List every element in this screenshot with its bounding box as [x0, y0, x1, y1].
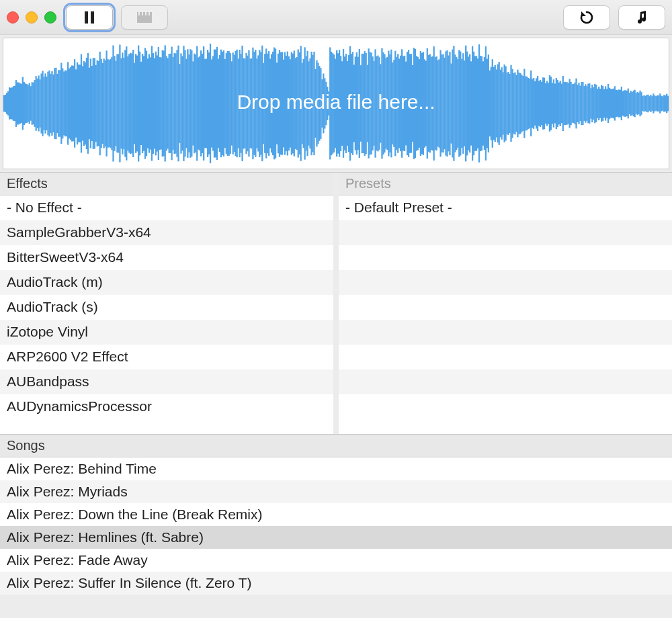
svg-rect-92 — [115, 61, 116, 146]
svg-rect-376 — [493, 67, 495, 140]
svg-rect-385 — [505, 66, 506, 140]
svg-rect-390 — [511, 69, 513, 138]
svg-rect-198 — [256, 58, 257, 148]
svg-rect-176 — [227, 51, 228, 156]
presets-item[interactable] — [339, 270, 672, 295]
presets-item[interactable] — [339, 220, 672, 245]
songs-list[interactable]: Alix Perez: Behind TimeAlix Perez: Myria… — [0, 457, 672, 594]
svg-rect-397 — [521, 75, 522, 132]
song-row[interactable]: Alix Perez: Suffer In Silence (ft. Zero … — [0, 572, 672, 594]
song-row[interactable]: Alix Perez: Hemlines (ft. Sabre) — [0, 526, 672, 549]
svg-rect-344 — [450, 64, 452, 144]
svg-rect-400 — [525, 77, 526, 131]
svg-rect-464 — [610, 89, 612, 118]
svg-rect-424 — [557, 80, 558, 127]
svg-rect-199 — [257, 55, 259, 151]
presets-list[interactable]: - Default Preset - — [339, 195, 672, 434]
svg-rect-314 — [411, 54, 412, 152]
svg-rect-20 — [19, 83, 21, 124]
svg-rect-460 — [605, 86, 606, 120]
svg-rect-261 — [340, 56, 341, 151]
svg-rect-206 — [267, 54, 268, 153]
svg-rect-154 — [198, 57, 199, 149]
svg-rect-59 — [71, 65, 73, 141]
presets-item[interactable] — [339, 245, 672, 270]
svg-rect-180 — [233, 52, 234, 154]
svg-rect-273 — [356, 52, 358, 154]
svg-rect-159 — [204, 59, 206, 148]
svg-rect-457 — [601, 85, 602, 122]
svg-rect-226 — [294, 50, 295, 156]
svg-rect-50 — [59, 70, 60, 136]
song-row[interactable]: Alix Perez: Fade Away — [0, 549, 672, 572]
svg-rect-280 — [366, 53, 367, 154]
svg-rect-144 — [184, 50, 185, 157]
svg-rect-152 — [195, 54, 196, 152]
svg-rect-365 — [478, 44, 480, 163]
svg-rect-107 — [135, 54, 136, 152]
presets-item[interactable] — [339, 320, 672, 345]
effects-list[interactable]: - No Effect -SampleGrabberV3-x64BitterSw… — [0, 195, 333, 434]
svg-rect-6 — [145, 12, 146, 15]
svg-rect-39 — [44, 73, 46, 133]
svg-rect-361 — [473, 52, 474, 155]
svg-rect-266 — [347, 61, 348, 146]
svg-rect-338 — [442, 54, 444, 152]
song-row[interactable]: Alix Perez: Behind Time — [0, 457, 672, 480]
presets-item[interactable] — [339, 345, 672, 369]
effects-item[interactable]: - No Effect - — [0, 195, 333, 220]
svg-rect-166 — [214, 50, 215, 158]
svg-rect-209 — [271, 54, 272, 153]
reload-button[interactable] — [563, 5, 610, 30]
presets-item[interactable]: - Default Preset - — [339, 195, 672, 220]
svg-rect-122 — [155, 52, 157, 156]
svg-rect-225 — [292, 54, 294, 154]
svg-rect-323 — [423, 52, 424, 155]
svg-rect-95 — [119, 45, 120, 163]
svg-rect-253 — [329, 47, 331, 159]
svg-rect-216 — [280, 52, 282, 154]
close-window-button[interactable] — [7, 11, 19, 24]
effects-item[interactable]: AUBandpass — [0, 369, 333, 394]
effects-item[interactable]: AUDynamicsProcessor — [0, 394, 333, 419]
zoom-window-button[interactable] — [44, 11, 56, 24]
song-row[interactable]: Alix Perez: Down the Line (Break Remix) — [0, 503, 672, 526]
svg-rect-500 — [658, 95, 659, 112]
svg-rect-33 — [37, 79, 38, 128]
svg-rect-11 — [7, 91, 9, 116]
svg-rect-211 — [274, 48, 275, 160]
waveform-dropzone[interactable]: Drop media file here... — [3, 38, 669, 169]
svg-rect-81 — [101, 59, 102, 148]
svg-rect-197 — [255, 50, 256, 157]
svg-rect-415 — [545, 83, 546, 124]
song-row[interactable]: Alix Perez: Myriads — [0, 480, 672, 503]
svg-rect-148 — [190, 49, 191, 158]
presets-item[interactable] — [339, 394, 672, 419]
svg-rect-416 — [546, 81, 548, 126]
svg-rect-405 — [532, 79, 533, 128]
minimize-window-button[interactable] — [26, 11, 38, 24]
effects-item[interactable]: SampleGrabberV3-x64 — [0, 220, 333, 245]
effects-item[interactable]: ARP2600 V2 Effect — [0, 345, 333, 369]
svg-rect-391 — [513, 73, 514, 134]
effects-item[interactable]: AudioTrack (s) — [0, 295, 333, 320]
effects-item[interactable]: BitterSweetV3-x64 — [0, 245, 333, 270]
svg-rect-117 — [149, 54, 150, 152]
presets-item[interactable] — [339, 369, 672, 394]
note-button[interactable] — [618, 5, 665, 30]
svg-rect-84 — [104, 60, 106, 147]
svg-rect-183 — [237, 50, 238, 157]
svg-rect-373 — [489, 71, 491, 136]
svg-rect-463 — [609, 88, 610, 120]
presets-item[interactable] — [339, 295, 672, 320]
svg-rect-207 — [268, 51, 269, 156]
svg-rect-342 — [448, 56, 449, 152]
svg-rect-214 — [278, 54, 279, 153]
effects-item[interactable]: AudioTrack (m) — [0, 270, 333, 295]
svg-rect-484 — [636, 92, 638, 115]
svg-rect-7 — [149, 12, 150, 15]
svg-rect-243 — [316, 60, 317, 147]
svg-rect-184 — [237, 58, 239, 148]
pause-button[interactable] — [66, 5, 113, 30]
effects-item[interactable]: iZotope Vinyl — [0, 320, 333, 345]
